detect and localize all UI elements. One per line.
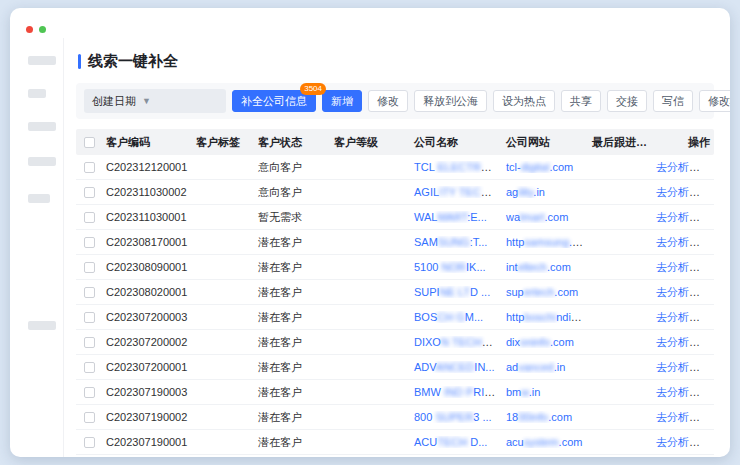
- analyze-customer-link[interactable]: 去分析客户: [656, 411, 711, 423]
- row-checkbox[interactable]: [84, 412, 95, 423]
- customer-code-cell: C202308170001: [102, 236, 192, 248]
- analyze-customer-link[interactable]: 去分析客户: [656, 186, 711, 198]
- analyze-customer-link[interactable]: 去分析客户: [656, 336, 711, 348]
- row-checkbox-cell: [76, 262, 102, 273]
- chevron-down-icon: ▼: [142, 96, 151, 106]
- company-website-link-visible-suffix: .com: [547, 261, 571, 273]
- handover-button[interactable]: 交接: [607, 90, 647, 112]
- company-name-link[interactable]: SUPINE LTD ...: [414, 286, 490, 298]
- company-website-link-redacted: vanced: [518, 361, 553, 373]
- company-website-link[interactable]: agility.in: [506, 186, 545, 198]
- analyze-customer-link[interactable]: 去分析客户: [656, 161, 711, 173]
- page-title: 线索一键补全: [88, 52, 178, 71]
- sidebar-skeleton-item[interactable]: [28, 321, 56, 330]
- window-maximize-dot[interactable]: [39, 26, 46, 33]
- customer-code-cell: C202308090001: [102, 261, 192, 273]
- company-website-link-visible-prefix: sup: [506, 286, 524, 298]
- company-name-link[interactable]: BMW IND PRIV...: [414, 386, 500, 398]
- company-website-link[interactable]: walmart.com: [506, 211, 568, 223]
- company-website-link[interactable]: httpboschindia...: [506, 311, 586, 323]
- company-name-link[interactable]: SAMSUNG:T...: [414, 236, 487, 248]
- share-button[interactable]: 共享: [561, 90, 601, 112]
- company-website-link-cell: httpsamsung.com: [502, 236, 588, 248]
- sidebar-skeleton-item[interactable]: [28, 89, 46, 98]
- action-cell: 去分析客户: [652, 160, 714, 175]
- company-website-link-visible-suffix: .com: [569, 236, 588, 248]
- company-name-link-cell: ACUTECH D...: [410, 436, 502, 448]
- row-checkbox[interactable]: [84, 362, 95, 373]
- header-customer-level: 客户等级: [330, 135, 410, 150]
- row-checkbox[interactable]: [84, 162, 95, 173]
- company-name-link[interactable]: DIXON TECHNO...: [414, 336, 502, 348]
- row-checkbox[interactable]: [84, 312, 95, 323]
- row-checkbox[interactable]: [84, 387, 95, 398]
- window-close-dot[interactable]: [26, 26, 33, 33]
- company-website-link[interactable]: dixoninfo.com: [506, 336, 574, 348]
- row-checkbox[interactable]: [84, 187, 95, 198]
- company-website-link[interactable]: tcl-digital.com: [506, 161, 573, 173]
- company-website-link[interactable]: inteltech.com: [506, 261, 571, 273]
- company-name-link-redacted: SUNG: [438, 236, 470, 248]
- header-customer-tag: 客户标签: [192, 135, 254, 150]
- header-company-website: 公司网站: [502, 135, 588, 150]
- company-name-link-redacted: IND P: [441, 386, 473, 398]
- analyze-customer-link[interactable]: 去分析客户: [656, 361, 711, 373]
- company-name-link[interactable]: BOSCH GM...: [414, 311, 483, 323]
- count-badge: 3504: [300, 83, 326, 95]
- add-button[interactable]: 新增: [322, 90, 362, 112]
- company-name-link[interactable]: 5100 NORIK...: [414, 261, 486, 273]
- company-name-link-visible-suffix: M...: [465, 311, 483, 323]
- analyze-customer-link[interactable]: 去分析客户: [656, 211, 711, 223]
- complete-company-info-button[interactable]: 补全公司信息 3504: [232, 90, 316, 112]
- company-name-link[interactable]: TCL ELECTREC...: [414, 161, 502, 173]
- analyze-customer-link[interactable]: 去分析客户: [656, 386, 711, 398]
- company-website-link[interactable]: advanced.in: [506, 361, 565, 373]
- complete-company-info-label: 补全公司信息: [241, 95, 307, 107]
- sidebar: [10, 38, 64, 457]
- action-cell: 去分析客户: [652, 310, 714, 325]
- release-to-public-pool-button[interactable]: 释放到公海: [414, 90, 487, 112]
- modify-status-button[interactable]: 修改状态: [699, 90, 730, 112]
- analyze-customer-link[interactable]: 去分析客户: [656, 436, 711, 448]
- company-website-link[interactable]: 1800info.com: [506, 411, 572, 423]
- company-website-link[interactable]: httpsamsung.com: [506, 236, 588, 248]
- date-filter-select[interactable]: 创建日期 ▼: [84, 89, 226, 113]
- row-checkbox[interactable]: [84, 262, 95, 273]
- company-name-link[interactable]: ADVANCEDIN...: [414, 361, 495, 373]
- table-row: C202307190002潜在客户800 SUPER3 ...1800info.…: [76, 405, 714, 430]
- company-name-link[interactable]: 800 SUPER3 ...: [414, 411, 492, 423]
- sidebar-skeleton-item[interactable]: [28, 122, 56, 131]
- analyze-customer-link[interactable]: 去分析客户: [656, 286, 711, 298]
- company-name-link[interactable]: WALMART:E...: [414, 211, 487, 223]
- company-website-link[interactable]: acusystem.com: [506, 436, 582, 448]
- company-website-link-cell: advanced.in: [502, 361, 588, 373]
- modify-button[interactable]: 修改: [368, 90, 408, 112]
- row-checkbox-cell: [76, 312, 102, 323]
- sidebar-skeleton-item[interactable]: [28, 194, 50, 203]
- row-checkbox[interactable]: [84, 437, 95, 448]
- set-as-hotspot-button[interactable]: 设为热点: [493, 90, 555, 112]
- row-checkbox[interactable]: [84, 337, 95, 348]
- customer-status-cell: 潜在客户: [254, 385, 330, 400]
- analyze-customer-link[interactable]: 去分析客户: [656, 236, 711, 248]
- company-name-link-visible-prefix: SAM: [414, 236, 438, 248]
- company-name-link-redacted: MART: [437, 211, 467, 223]
- write-email-button[interactable]: 写信: [653, 90, 693, 112]
- row-checkbox[interactable]: [84, 212, 95, 223]
- analyze-customer-link[interactable]: 去分析客户: [656, 261, 711, 273]
- analyze-customer-link[interactable]: 去分析客户: [656, 311, 711, 323]
- company-website-link[interactable]: bmw.in: [506, 386, 540, 398]
- customer-status-cell: 潜在客户: [254, 235, 330, 250]
- row-checkbox[interactable]: [84, 287, 95, 298]
- customer-code-cell: C202311030002: [102, 186, 192, 198]
- company-name-link[interactable]: ACUTECH D...: [414, 436, 487, 448]
- company-website-link-visible-suffix: .in: [529, 386, 541, 398]
- company-website-link[interactable]: supertech.com: [506, 286, 578, 298]
- company-name-link[interactable]: AGILITY TECHN...: [414, 186, 502, 198]
- row-checkbox[interactable]: [84, 237, 95, 248]
- select-all-checkbox[interactable]: [84, 137, 95, 148]
- sidebar-skeleton-item[interactable]: [28, 157, 56, 166]
- company-website-link-cell: walmart.com: [502, 211, 588, 223]
- customer-code-cell: C202307200001: [102, 361, 192, 373]
- sidebar-skeleton-item[interactable]: [28, 56, 56, 65]
